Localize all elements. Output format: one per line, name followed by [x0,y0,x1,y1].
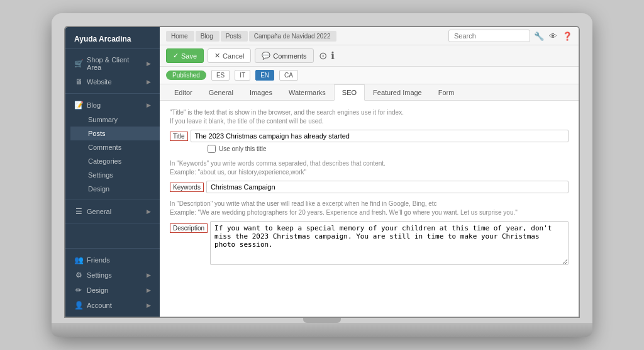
title-field-row: Title [170,130,569,142]
sidebar-item-label: Design [87,286,108,294]
info-icon[interactable]: ℹ [331,50,335,62]
x-icon: ✕ [214,52,220,60]
sidebar-section-shop: 🛒 Shop & Client Area ▶ 🖥 Website ▶ [65,49,160,94]
friends-icon: 👥 [74,256,83,264]
topbar: Home Blog Posts Campaña de Navidad 2022 … [160,27,579,45]
title-input[interactable] [191,130,569,142]
sidebar-item-design2[interactable]: ✏ Design ▶ [65,283,160,298]
keywords-input[interactable] [206,181,569,193]
sidebar-section-blog: 📝 Blog ▶ Summary Posts Comments [65,94,160,200]
checkbox-label: Use only this title [219,145,267,152]
lang-ca[interactable]: CA [279,70,298,81]
sidebar-item-label: General [87,208,111,215]
chevron-right-icon: ▶ [147,208,151,215]
sidebar: Ayuda Arcadina 🛒 Shop & Client Area ▶ 🖥 … [65,27,160,317]
sidebar-item-shop[interactable]: 🛒 Shop & Client Area ▶ [65,53,160,74]
sidebar-item-label: Friends [87,256,110,264]
sidebar-logo: Ayuda Arcadina [65,27,160,49]
checkbox-row: Use only this title [170,145,569,153]
keywords-field-row: Keywords [170,181,569,193]
circle-icon[interactable]: ⊙ [319,50,327,62]
eye-icon[interactable]: 👁 [549,31,557,41]
published-toggle[interactable]: Published [166,71,206,80]
sidebar-item-summary[interactable]: Summary [70,113,160,127]
tab-seo[interactable]: SEO [334,84,365,101]
cancel-button[interactable]: ✕ Cancel [208,48,251,63]
sidebar-item-label: Summary [88,116,118,123]
sidebar-item-categories[interactable]: Categories [70,154,160,168]
title-label: Title [170,132,188,141]
lang-es[interactable]: ES [211,70,230,81]
title-hint: "Title" is the text that is show in the … [170,108,569,126]
topbar-icons: 🔧 👁 ❓ [534,31,572,41]
sidebar-item-label: Blog [87,101,101,109]
chevron-right-icon: ▶ [147,272,151,278]
sidebar-item-settings2[interactable]: ⚙ Settings ▶ [65,268,160,283]
toolbar-extra-icons: ⊙ ℹ [319,50,335,62]
settings-icon: ⚙ [74,271,83,279]
save-button[interactable]: ✓ Save [166,48,204,63]
breadcrumb-blog[interactable]: Blog [196,31,219,42]
use-only-title-checkbox[interactable] [208,145,216,153]
sidebar-item-label: Design [88,185,109,193]
tabs: Editor General Images Watermarks SEO Fea… [160,84,579,101]
sidebar-bottom: 👥 Friends ⚙ Settings ▶ ✏ Design ▶ 👤 [65,248,160,317]
laptop-notch [303,318,341,323]
sidebar-item-label: Settings [87,271,112,279]
sidebar-item-website[interactable]: 🖥 Website ▶ [65,74,160,89]
tab-images[interactable]: Images [242,84,280,101]
main-content: Home Blog Posts Campaña de Navidad 2022 … [160,27,579,317]
tab-editor[interactable]: Editor [166,84,201,101]
seo-content: "Title" is the text that is show in the … [160,101,579,317]
sidebar-item-label: Posts [88,130,106,137]
keywords-hint: In "Keywords" you write words comma sepa… [170,159,569,177]
chevron-right-icon: ▶ [147,79,151,85]
sidebar-item-label: Account [87,302,112,309]
lang-it[interactable]: IT [235,70,250,81]
breadcrumb-home[interactable]: Home [166,31,194,42]
general-icon: ☰ [74,207,83,216]
check-icon: ✓ [173,52,179,60]
sidebar-item-blog[interactable]: 📝 Blog ▶ [65,98,160,113]
design-icon: ✏ [74,286,83,295]
sidebar-item-label: Categories [88,157,121,165]
toolbar: ✓ Save ✕ Cancel 💬 Comments ⊙ ℹ [160,45,579,67]
shop-icon: 🛒 [74,59,83,68]
search-input[interactable] [448,30,530,42]
description-textarea[interactable]: If you want to keep a special memory of … [210,221,569,265]
wrench-icon[interactable]: 🔧 [534,31,544,41]
help-icon[interactable]: ❓ [562,31,572,41]
sidebar-item-label: Shop & Client Area [87,56,143,71]
tab-watermarks[interactable]: Watermarks [280,84,334,101]
breadcrumb-campaign[interactable]: Campaña de Navidad 2022 [249,31,337,42]
sidebar-item-label: Website [87,78,112,86]
comments-button[interactable]: 💬 Comments [255,48,313,63]
sidebar-item-account[interactable]: 👤 Account ▶ [65,298,160,313]
sidebar-item-label: Settings [88,171,113,179]
website-icon: 🖥 [74,77,83,86]
laptop-base [52,323,592,337]
breadcrumb-posts[interactable]: Posts [221,31,248,42]
lang-en[interactable]: EN [255,70,274,81]
tab-featured-image[interactable]: Featured Image [365,84,430,101]
tab-form[interactable]: Form [430,84,463,101]
sidebar-item-comments[interactable]: Comments [70,140,160,154]
sidebar-item-settings[interactable]: Settings [70,168,160,182]
status-bar: Published ES IT EN CA [160,67,579,84]
comment-icon: 💬 [262,52,270,60]
sidebar-item-posts[interactable]: Posts [70,127,160,140]
chevron-right-icon: ▶ [147,302,151,308]
sidebar-item-friends[interactable]: 👥 Friends [65,252,160,268]
chevron-right-icon: ▶ [147,287,151,293]
blog-icon: 📝 [74,101,83,110]
description-field-row: Description If you want to keep a specia… [170,221,569,265]
sidebar-item-label: Comments [88,144,121,151]
sidebar-item-design[interactable]: Design [70,182,160,196]
chevron-right-icon: ▶ [147,102,151,108]
tab-general[interactable]: General [201,84,242,101]
chevron-right-icon: ▶ [147,60,151,67]
breadcrumb: Home Blog Posts Campaña de Navidad 2022 [166,31,445,42]
sidebar-section-general: ☰ General ▶ [65,200,160,223]
description-hint: In "Description" you write what the user… [170,200,569,217]
sidebar-item-general[interactable]: ☰ General ▶ [65,204,160,219]
